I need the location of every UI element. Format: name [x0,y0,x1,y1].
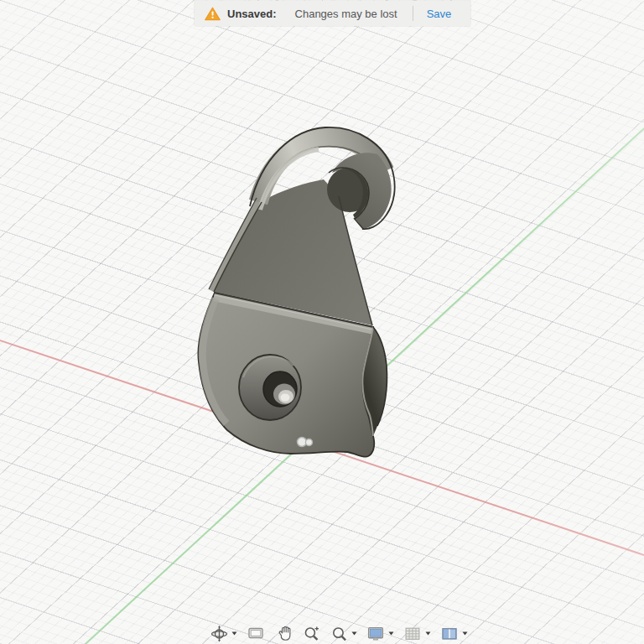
unsaved-label: Unsaved: [227,8,277,20]
look-at-icon [247,625,265,641]
display-settings-dropdown-caret[interactable] [387,623,396,643]
warning-triangle-icon [205,7,221,21]
orbit-button[interactable] [208,623,230,643]
fit-magnifier-icon [330,625,348,642]
pan-hand-icon [275,625,293,642]
display-settings-icon [366,625,386,642]
viewports-button[interactable] [439,623,460,643]
unsaved-notification-bar: Unsaved: Changes may be lost Save [195,1,470,26]
notification-divider [413,6,413,21]
fusion-viewport-window: Unsaved: Changes may be lost Save [0,0,644,644]
unsaved-message: Changes may be lost [295,8,397,20]
orbit-dropdown-caret[interactable] [230,623,239,643]
viewports-icon [440,625,459,642]
pan-button[interactable] [273,623,294,643]
display-settings-button[interactable] [365,623,387,643]
grid-and-snaps-button[interactable] [402,623,423,643]
fit-button[interactable] [328,623,350,643]
save-button[interactable]: Save [427,8,452,20]
navigation-toolbar [208,623,470,643]
viewport-canvas[interactable] [0,0,644,644]
grid-icon [403,625,422,642]
zoom-button[interactable] [300,623,322,643]
model-body[interactable] [191,117,401,470]
viewports-dropdown-caret[interactable] [460,623,470,643]
fit-dropdown-caret[interactable] [350,623,359,643]
look-at-button[interactable] [245,623,267,643]
grid-dropdown-caret[interactable] [423,623,433,643]
zoom-magnifier-icon [303,625,320,642]
orbit-icon [210,625,228,642]
origin-point-marker[interactable] [295,435,317,449]
